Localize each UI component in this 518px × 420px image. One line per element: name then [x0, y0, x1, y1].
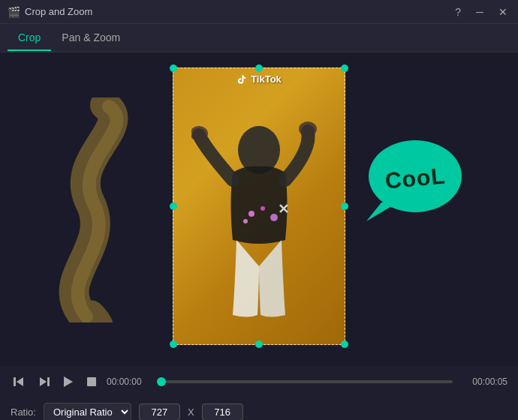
- window-icon: 🎬: [8, 6, 20, 18]
- minimize-button[interactable]: ─: [473, 4, 486, 20]
- time-current: 00:00:00: [107, 376, 155, 387]
- cool-speech-bubble: CooL: [359, 135, 464, 221]
- main-content-area: TikTok ✕: [0, 52, 518, 366]
- play-icon: [62, 376, 74, 388]
- controls-bar: 00:00:00 00:00:05: [0, 366, 518, 398]
- svg-point-2: [299, 122, 317, 136]
- svg-point-6: [243, 219, 248, 224]
- step-forward-button[interactable]: [35, 374, 53, 389]
- help-button[interactable]: ?: [452, 4, 464, 20]
- ratio-label: Ratio:: [11, 406, 36, 418]
- ratio-select[interactable]: Original Ratio 16:9 9:16 4:3 1:1: [44, 403, 131, 421]
- svg-marker-9: [366, 201, 400, 221]
- tiktok-label: TikTok: [251, 74, 282, 85]
- tiktok-icon: [236, 74, 247, 85]
- person-figure: ✕: [191, 105, 327, 345]
- title-bar-controls: ? ─ ✕: [452, 4, 510, 20]
- svg-point-4: [261, 206, 265, 211]
- progress-thumb[interactable]: [157, 377, 166, 386]
- dimension-x-label: X: [188, 406, 194, 418]
- cool-text: CooL: [384, 164, 447, 194]
- tiktok-watermark: TikTok: [236, 74, 282, 85]
- svg-rect-10: [14, 377, 16, 386]
- close-button[interactable]: ✕: [495, 4, 510, 20]
- time-end: 00:00:05: [459, 376, 507, 387]
- step-back-button[interactable]: [11, 374, 29, 389]
- cool-bubble-svg: CooL: [359, 135, 464, 221]
- tab-crop[interactable]: Crop: [8, 26, 51, 51]
- svg-rect-15: [87, 377, 96, 386]
- svg-point-3: [248, 211, 254, 217]
- svg-marker-13: [40, 377, 47, 386]
- tabs-bar: Crop Pan & Zoom: [0, 24, 518, 52]
- svg-marker-14: [64, 376, 73, 387]
- step-forward-icon: [38, 376, 50, 388]
- stop-icon: [86, 376, 98, 388]
- play-button[interactable]: [59, 374, 77, 389]
- ratio-bar: Ratio: Original Ratio 16:9 9:16 4:3 1:1 …: [0, 398, 518, 420]
- stop-button[interactable]: [83, 374, 101, 389]
- height-input[interactable]: [202, 404, 243, 421]
- step-back-icon: [14, 376, 26, 388]
- svg-marker-11: [17, 377, 23, 386]
- video-preview: TikTok ✕: [173, 68, 345, 345]
- window-title-area: 🎬 Crop and Zoom: [8, 6, 92, 18]
- width-input[interactable]: [139, 404, 180, 421]
- tab-pan-zoom[interactable]: Pan & Zoom: [51, 26, 131, 51]
- window-title: Crop and Zoom: [25, 6, 92, 17]
- title-bar: 🎬 Crop and Zoom ? ─ ✕: [0, 0, 518, 24]
- svg-text:✕: ✕: [278, 202, 289, 217]
- svg-point-5: [270, 214, 278, 221]
- progress-bar[interactable]: [161, 380, 453, 383]
- svg-rect-12: [47, 377, 50, 386]
